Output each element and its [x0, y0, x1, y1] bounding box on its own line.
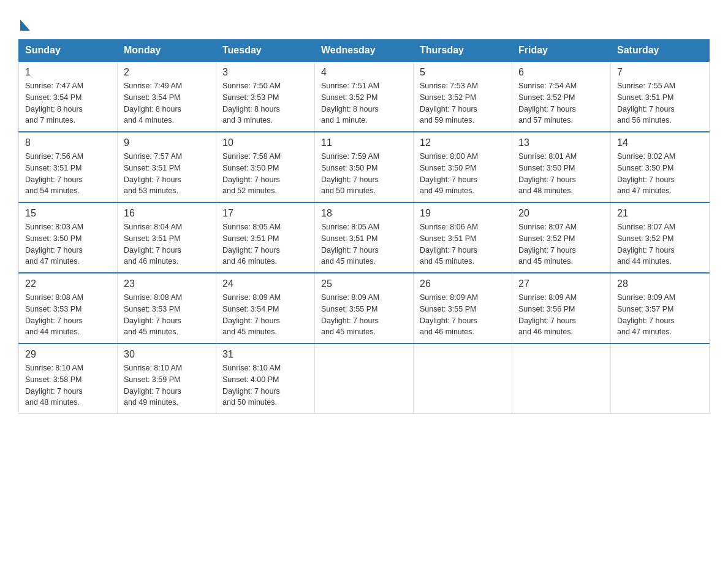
calendar-cell: 9Sunrise: 7:57 AMSunset: 3:51 PMDaylight…	[118, 132, 216, 202]
day-number: 31	[222, 349, 308, 360]
day-info: Sunrise: 8:07 AMSunset: 3:52 PMDaylight:…	[518, 221, 604, 267]
day-number: 15	[25, 208, 111, 219]
day-info: Sunrise: 8:07 AMSunset: 3:52 PMDaylight:…	[617, 221, 703, 267]
calendar-cell: 31Sunrise: 8:10 AMSunset: 4:00 PMDayligh…	[216, 343, 315, 414]
day-info: Sunrise: 7:55 AMSunset: 3:51 PMDaylight:…	[617, 80, 703, 126]
day-number: 1	[25, 67, 111, 78]
col-header-wednesday: Wednesday	[315, 40, 414, 62]
day-number: 21	[617, 208, 703, 219]
calendar-cell	[315, 343, 414, 414]
col-header-monday: Monday	[118, 40, 216, 62]
day-info: Sunrise: 8:09 AMSunset: 3:54 PMDaylight:…	[222, 292, 308, 338]
calendar-cell: 2Sunrise: 7:49 AMSunset: 3:54 PMDaylight…	[118, 61, 216, 132]
col-header-friday: Friday	[512, 40, 611, 62]
calendar-cell: 12Sunrise: 8:00 AMSunset: 3:50 PMDayligh…	[414, 132, 512, 202]
calendar-cell	[414, 343, 512, 414]
calendar-cell: 1Sunrise: 7:47 AMSunset: 3:54 PMDaylight…	[19, 61, 118, 132]
day-info: Sunrise: 8:01 AMSunset: 3:50 PMDaylight:…	[518, 151, 604, 197]
col-header-saturday: Saturday	[611, 40, 710, 62]
calendar-cell: 4Sunrise: 7:51 AMSunset: 3:52 PMDaylight…	[315, 61, 414, 132]
day-info: Sunrise: 8:09 AMSunset: 3:56 PMDaylight:…	[518, 292, 604, 338]
calendar-cell: 7Sunrise: 7:55 AMSunset: 3:51 PMDaylight…	[611, 61, 710, 132]
calendar-cell: 25Sunrise: 8:09 AMSunset: 3:55 PMDayligh…	[315, 273, 414, 343]
day-info: Sunrise: 8:10 AMSunset: 3:58 PMDaylight:…	[25, 362, 111, 408]
day-number: 13	[518, 137, 604, 148]
day-number: 26	[420, 278, 506, 289]
calendar-week-row: 1Sunrise: 7:47 AMSunset: 3:54 PMDaylight…	[19, 61, 710, 132]
day-info: Sunrise: 8:05 AMSunset: 3:51 PMDaylight:…	[321, 221, 407, 267]
day-info: Sunrise: 7:49 AMSunset: 3:54 PMDaylight:…	[124, 80, 210, 126]
day-number: 27	[518, 278, 604, 289]
page-header	[18, 12, 710, 33]
day-info: Sunrise: 7:47 AMSunset: 3:54 PMDaylight:…	[25, 80, 111, 126]
day-number: 20	[518, 208, 604, 219]
day-info: Sunrise: 8:04 AMSunset: 3:51 PMDaylight:…	[124, 221, 210, 267]
calendar-cell: 13Sunrise: 8:01 AMSunset: 3:50 PMDayligh…	[512, 132, 611, 202]
day-info: Sunrise: 8:09 AMSunset: 3:55 PMDaylight:…	[420, 292, 506, 338]
day-info: Sunrise: 7:51 AMSunset: 3:52 PMDaylight:…	[321, 80, 407, 126]
calendar-cell: 11Sunrise: 7:59 AMSunset: 3:50 PMDayligh…	[315, 132, 414, 202]
day-info: Sunrise: 7:54 AMSunset: 3:52 PMDaylight:…	[518, 80, 604, 126]
col-header-tuesday: Tuesday	[216, 40, 315, 62]
day-number: 6	[518, 67, 604, 78]
calendar-cell: 21Sunrise: 8:07 AMSunset: 3:52 PMDayligh…	[611, 202, 710, 273]
day-info: Sunrise: 8:08 AMSunset: 3:53 PMDaylight:…	[25, 292, 111, 338]
day-number: 5	[420, 67, 506, 78]
day-number: 17	[222, 208, 308, 219]
calendar-cell: 5Sunrise: 7:53 AMSunset: 3:52 PMDaylight…	[414, 61, 512, 132]
day-info: Sunrise: 8:10 AMSunset: 3:59 PMDaylight:…	[124, 362, 210, 408]
calendar-cell	[611, 343, 710, 414]
day-info: Sunrise: 8:05 AMSunset: 3:51 PMDaylight:…	[222, 221, 308, 267]
day-number: 4	[321, 67, 407, 78]
day-number: 22	[25, 278, 111, 289]
calendar-cell: 8Sunrise: 7:56 AMSunset: 3:51 PMDaylight…	[19, 132, 118, 202]
calendar-cell: 29Sunrise: 8:10 AMSunset: 3:58 PMDayligh…	[19, 343, 118, 414]
day-number: 30	[124, 349, 210, 360]
day-number: 10	[222, 137, 308, 148]
calendar-cell: 6Sunrise: 7:54 AMSunset: 3:52 PMDaylight…	[512, 61, 611, 132]
day-number: 24	[222, 278, 308, 289]
day-info: Sunrise: 8:10 AMSunset: 4:00 PMDaylight:…	[222, 362, 308, 408]
day-info: Sunrise: 8:06 AMSunset: 3:51 PMDaylight:…	[420, 221, 506, 267]
calendar-cell: 18Sunrise: 8:05 AMSunset: 3:51 PMDayligh…	[315, 202, 414, 273]
logo	[18, 12, 30, 33]
calendar-week-row: 8Sunrise: 7:56 AMSunset: 3:51 PMDaylight…	[19, 132, 710, 202]
day-number: 14	[617, 137, 703, 148]
calendar-week-row: 22Sunrise: 8:08 AMSunset: 3:53 PMDayligh…	[19, 273, 710, 343]
calendar-cell: 20Sunrise: 8:07 AMSunset: 3:52 PMDayligh…	[512, 202, 611, 273]
day-info: Sunrise: 8:00 AMSunset: 3:50 PMDaylight:…	[420, 151, 506, 197]
day-info: Sunrise: 7:56 AMSunset: 3:51 PMDaylight:…	[25, 151, 111, 197]
calendar-cell: 24Sunrise: 8:09 AMSunset: 3:54 PMDayligh…	[216, 273, 315, 343]
col-header-sunday: Sunday	[19, 40, 118, 62]
day-info: Sunrise: 8:09 AMSunset: 3:57 PMDaylight:…	[617, 292, 703, 338]
calendar-cell: 15Sunrise: 8:03 AMSunset: 3:50 PMDayligh…	[19, 202, 118, 273]
day-number: 18	[321, 208, 407, 219]
day-number: 16	[124, 208, 210, 219]
calendar-cell: 17Sunrise: 8:05 AMSunset: 3:51 PMDayligh…	[216, 202, 315, 273]
day-number: 2	[124, 67, 210, 78]
calendar-cell: 16Sunrise: 8:04 AMSunset: 3:51 PMDayligh…	[118, 202, 216, 273]
day-info: Sunrise: 7:57 AMSunset: 3:51 PMDaylight:…	[124, 151, 210, 197]
logo-top-row	[18, 12, 30, 33]
col-header-thursday: Thursday	[414, 40, 512, 62]
svg-marker-0	[20, 20, 30, 31]
day-info: Sunrise: 7:59 AMSunset: 3:50 PMDaylight:…	[321, 151, 407, 197]
day-number: 19	[420, 208, 506, 219]
day-info: Sunrise: 7:58 AMSunset: 3:50 PMDaylight:…	[222, 151, 308, 197]
calendar-header-row: SundayMondayTuesdayWednesdayThursdayFrid…	[19, 40, 710, 62]
calendar-week-row: 15Sunrise: 8:03 AMSunset: 3:50 PMDayligh…	[19, 202, 710, 273]
calendar-cell: 22Sunrise: 8:08 AMSunset: 3:53 PMDayligh…	[19, 273, 118, 343]
day-info: Sunrise: 8:03 AMSunset: 3:50 PMDaylight:…	[25, 221, 111, 267]
calendar-cell: 28Sunrise: 8:09 AMSunset: 3:57 PMDayligh…	[611, 273, 710, 343]
day-number: 3	[222, 67, 308, 78]
day-number: 28	[617, 278, 703, 289]
calendar-cell: 10Sunrise: 7:58 AMSunset: 3:50 PMDayligh…	[216, 132, 315, 202]
day-number: 12	[420, 137, 506, 148]
day-info: Sunrise: 7:50 AMSunset: 3:53 PMDaylight:…	[222, 80, 308, 126]
day-number: 9	[124, 137, 210, 148]
day-number: 29	[25, 349, 111, 360]
day-number: 8	[25, 137, 111, 148]
calendar-cell	[512, 343, 611, 414]
day-info: Sunrise: 7:53 AMSunset: 3:52 PMDaylight:…	[420, 80, 506, 126]
calendar-cell: 3Sunrise: 7:50 AMSunset: 3:53 PMDaylight…	[216, 61, 315, 132]
